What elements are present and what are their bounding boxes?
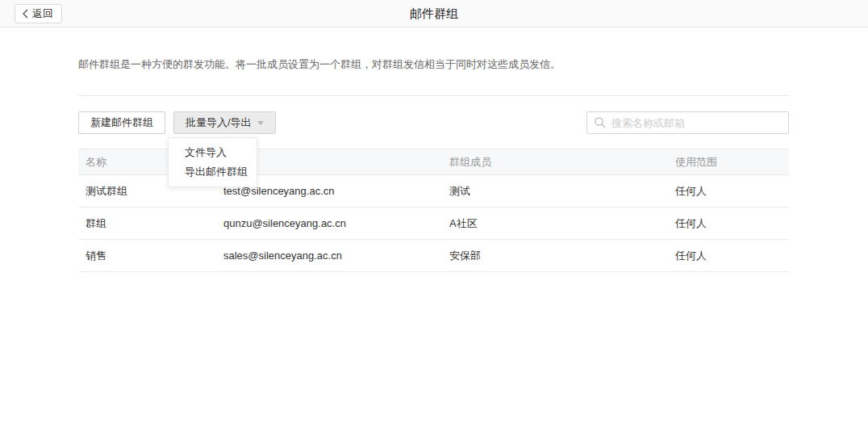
chevron-down-icon [257, 121, 264, 125]
back-button-label: 返回 [32, 6, 53, 21]
cell-email: sales@silenceyang.ac.cn [216, 240, 442, 272]
search-input[interactable] [586, 111, 789, 134]
header-scope: 使用范围 [668, 149, 789, 175]
header-members: 群组成员 [442, 149, 668, 175]
chevron-left-icon [22, 9, 28, 19]
batch-button-label: 批量导入/导出 [186, 115, 252, 130]
table-row[interactable]: 群组 qunzu@silenceyang.ac.cn A社区 任何人 [78, 208, 789, 240]
toolbar: 新建邮件群组 批量导入/导出 文件导入 导出邮件群组 [78, 111, 789, 134]
cell-scope: 任何人 [668, 175, 789, 208]
cell-name: 群组 [78, 208, 216, 240]
cell-email: qunzu@silenceyang.ac.cn [216, 208, 442, 240]
topbar: 返回 邮件群组 [0, 0, 868, 27]
batch-dropdown-menu: 文件导入 导出邮件群组 [168, 137, 257, 187]
cell-members: A社区 [442, 208, 668, 240]
batch-import-export-button[interactable]: 批量导入/导出 [173, 111, 276, 134]
menu-item-export-groups[interactable]: 导出邮件群组 [169, 162, 257, 182]
cell-scope: 任何人 [668, 208, 789, 240]
menu-item-file-import[interactable]: 文件导入 [169, 143, 257, 162]
cell-members: 测试 [442, 175, 668, 208]
table-row[interactable]: 销售 sales@silenceyang.ac.cn 安保部 任何人 [78, 240, 789, 272]
page-title: 邮件群组 [0, 0, 868, 27]
content: 邮件群组是一种方便的群发功能。将一批成员设置为一个群组，对群组发信相当于同时对这… [78, 57, 789, 272]
cell-scope: 任何人 [668, 240, 789, 272]
cell-members: 安保部 [442, 240, 668, 272]
back-button[interactable]: 返回 [15, 4, 62, 23]
cell-name: 销售 [78, 240, 216, 272]
new-mail-group-button[interactable]: 新建邮件群组 [78, 111, 165, 134]
mail-groups-page: 返回 邮件群组 邮件群组是一种方便的群发功能。将一批成员设置为一个群组，对群组发… [0, 0, 868, 436]
divider [78, 95, 789, 96]
intro-text: 邮件群组是一种方便的群发功能。将一批成员设置为一个群组，对群组发信相当于同时对这… [78, 57, 789, 71]
search-box [586, 111, 789, 134]
